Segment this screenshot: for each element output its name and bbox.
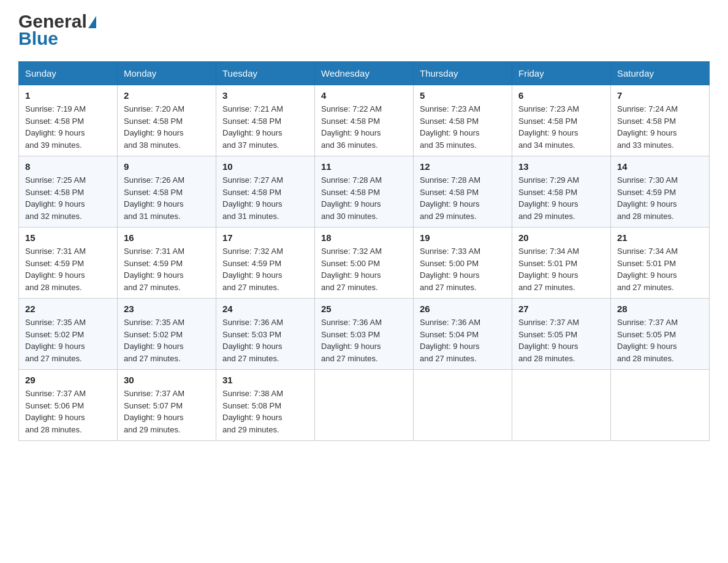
day-cell: 29 Sunrise: 7:37 AM Sunset: 5:06 PM Dayl…	[19, 370, 118, 441]
header-cell-wednesday: Wednesday	[315, 62, 414, 85]
day-number: 17	[222, 232, 308, 243]
day-info: Sunrise: 7:36 AM Sunset: 5:03 PM Dayligh…	[222, 316, 308, 364]
day-cell: 6 Sunrise: 7:23 AM Sunset: 4:58 PM Dayli…	[512, 85, 611, 156]
day-info: Sunrise: 7:27 AM Sunset: 4:58 PM Dayligh…	[222, 174, 308, 222]
calendar-header: SundayMondayTuesdayWednesdayThursdayFrid…	[19, 62, 710, 85]
day-cell: 13 Sunrise: 7:29 AM Sunset: 4:58 PM Dayl…	[512, 156, 611, 228]
day-number: 31	[222, 375, 308, 385]
day-cell: 19 Sunrise: 7:33 AM Sunset: 5:00 PM Dayl…	[414, 228, 512, 299]
day-cell: 24 Sunrise: 7:36 AM Sunset: 5:03 PM Dayl…	[216, 299, 315, 370]
calendar-body: 1 Sunrise: 7:19 AM Sunset: 4:58 PM Dayli…	[19, 85, 710, 441]
day-cell: 22 Sunrise: 7:35 AM Sunset: 5:02 PM Dayl…	[19, 299, 118, 370]
day-number: 13	[518, 161, 604, 172]
day-number: 23	[124, 304, 210, 314]
day-number: 29	[25, 375, 111, 385]
day-info: Sunrise: 7:35 AM Sunset: 5:02 PM Dayligh…	[25, 316, 111, 364]
day-info: Sunrise: 7:35 AM Sunset: 5:02 PM Dayligh…	[124, 316, 210, 364]
week-row-4: 22 Sunrise: 7:35 AM Sunset: 5:02 PM Dayl…	[19, 299, 710, 370]
day-cell: 1 Sunrise: 7:19 AM Sunset: 4:58 PM Dayli…	[19, 85, 118, 156]
calendar-table: SundayMondayTuesdayWednesdayThursdayFrid…	[18, 61, 710, 441]
day-cell: 3 Sunrise: 7:21 AM Sunset: 4:58 PM Dayli…	[216, 85, 315, 156]
day-cell: 25 Sunrise: 7:36 AM Sunset: 5:03 PM Dayl…	[315, 299, 414, 370]
day-info: Sunrise: 7:23 AM Sunset: 4:58 PM Dayligh…	[518, 103, 604, 151]
day-number: 12	[420, 161, 506, 172]
day-number: 22	[25, 304, 111, 314]
day-cell: 20 Sunrise: 7:34 AM Sunset: 5:01 PM Dayl…	[512, 228, 611, 299]
day-info: Sunrise: 7:37 AM Sunset: 5:05 PM Dayligh…	[617, 316, 703, 364]
day-cell: 21 Sunrise: 7:34 AM Sunset: 5:01 PM Dayl…	[611, 228, 710, 299]
day-number: 5	[420, 90, 506, 101]
day-info: Sunrise: 7:33 AM Sunset: 5:00 PM Dayligh…	[420, 245, 506, 293]
day-cell	[414, 370, 512, 441]
day-cell: 15 Sunrise: 7:31 AM Sunset: 4:59 PM Dayl…	[19, 228, 118, 299]
header-cell-tuesday: Tuesday	[216, 62, 315, 85]
day-cell: 30 Sunrise: 7:37 AM Sunset: 5:07 PM Dayl…	[118, 370, 216, 441]
day-cell: 12 Sunrise: 7:28 AM Sunset: 4:58 PM Dayl…	[414, 156, 512, 228]
day-number: 6	[518, 90, 604, 101]
week-row-2: 8 Sunrise: 7:25 AM Sunset: 4:58 PM Dayli…	[19, 156, 710, 228]
day-number: 16	[124, 232, 210, 243]
week-row-1: 1 Sunrise: 7:19 AM Sunset: 4:58 PM Dayli…	[19, 85, 710, 156]
day-info: Sunrise: 7:25 AM Sunset: 4:58 PM Dayligh…	[25, 174, 111, 222]
day-number: 7	[617, 90, 703, 101]
day-info: Sunrise: 7:34 AM Sunset: 5:01 PM Dayligh…	[518, 245, 604, 293]
day-info: Sunrise: 7:36 AM Sunset: 5:03 PM Dayligh…	[321, 316, 407, 364]
day-cell: 5 Sunrise: 7:23 AM Sunset: 4:58 PM Dayli…	[414, 85, 512, 156]
day-number: 8	[25, 161, 111, 172]
day-info: Sunrise: 7:28 AM Sunset: 4:58 PM Dayligh…	[321, 174, 407, 222]
day-number: 26	[420, 304, 506, 314]
day-cell: 14 Sunrise: 7:30 AM Sunset: 4:59 PM Dayl…	[611, 156, 710, 228]
day-number: 21	[617, 232, 703, 243]
day-info: Sunrise: 7:26 AM Sunset: 4:58 PM Dayligh…	[124, 174, 210, 222]
day-info: Sunrise: 7:29 AM Sunset: 4:58 PM Dayligh…	[518, 174, 604, 222]
day-info: Sunrise: 7:32 AM Sunset: 4:59 PM Dayligh…	[222, 245, 308, 293]
day-cell: 7 Sunrise: 7:24 AM Sunset: 4:58 PM Dayli…	[611, 85, 710, 156]
logo-triangle-icon	[88, 16, 96, 28]
day-cell: 27 Sunrise: 7:37 AM Sunset: 5:05 PM Dayl…	[512, 299, 611, 370]
day-info: Sunrise: 7:22 AM Sunset: 4:58 PM Dayligh…	[321, 103, 407, 151]
day-info: Sunrise: 7:37 AM Sunset: 5:07 PM Dayligh…	[124, 388, 210, 435]
day-info: Sunrise: 7:37 AM Sunset: 5:05 PM Dayligh…	[518, 316, 604, 364]
header-cell-sunday: Sunday	[19, 62, 118, 85]
header-cell-saturday: Saturday	[611, 62, 710, 85]
day-number: 24	[222, 304, 308, 314]
day-cell: 17 Sunrise: 7:32 AM Sunset: 4:59 PM Dayl…	[216, 228, 315, 299]
day-info: Sunrise: 7:36 AM Sunset: 5:04 PM Dayligh…	[420, 316, 506, 364]
day-cell: 31 Sunrise: 7:38 AM Sunset: 5:08 PM Dayl…	[216, 370, 315, 441]
day-cell	[315, 370, 414, 441]
day-cell: 18 Sunrise: 7:32 AM Sunset: 5:00 PM Dayl…	[315, 228, 414, 299]
day-number: 25	[321, 304, 407, 314]
day-number: 1	[25, 90, 111, 101]
header-cell-monday: Monday	[118, 62, 216, 85]
week-row-5: 29 Sunrise: 7:37 AM Sunset: 5:06 PM Dayl…	[19, 370, 710, 441]
page-header: General Blue	[18, 12, 710, 49]
day-number: 9	[124, 161, 210, 172]
day-cell: 4 Sunrise: 7:22 AM Sunset: 4:58 PM Dayli…	[315, 85, 414, 156]
header-cell-thursday: Thursday	[414, 62, 512, 85]
day-number: 15	[25, 232, 111, 243]
day-info: Sunrise: 7:20 AM Sunset: 4:58 PM Dayligh…	[124, 103, 210, 151]
header-row: SundayMondayTuesdayWednesdayThursdayFrid…	[19, 62, 710, 85]
logo: General Blue	[18, 12, 96, 49]
day-number: 18	[321, 232, 407, 243]
header-cell-friday: Friday	[512, 62, 611, 85]
day-cell	[611, 370, 710, 441]
day-number: 19	[420, 232, 506, 243]
day-number: 20	[518, 232, 604, 243]
logo-blue-text: Blue	[18, 28, 58, 48]
day-cell: 8 Sunrise: 7:25 AM Sunset: 4:58 PM Dayli…	[19, 156, 118, 228]
day-cell: 28 Sunrise: 7:37 AM Sunset: 5:05 PM Dayl…	[611, 299, 710, 370]
day-info: Sunrise: 7:34 AM Sunset: 5:01 PM Dayligh…	[617, 245, 703, 293]
day-info: Sunrise: 7:32 AM Sunset: 5:00 PM Dayligh…	[321, 245, 407, 293]
day-cell: 11 Sunrise: 7:28 AM Sunset: 4:58 PM Dayl…	[315, 156, 414, 228]
day-cell: 9 Sunrise: 7:26 AM Sunset: 4:58 PM Dayli…	[118, 156, 216, 228]
day-number: 11	[321, 161, 407, 172]
day-info: Sunrise: 7:38 AM Sunset: 5:08 PM Dayligh…	[222, 388, 308, 435]
day-info: Sunrise: 7:31 AM Sunset: 4:59 PM Dayligh…	[25, 245, 111, 293]
day-info: Sunrise: 7:31 AM Sunset: 4:59 PM Dayligh…	[124, 245, 210, 293]
day-number: 3	[222, 90, 308, 101]
day-number: 2	[124, 90, 210, 101]
day-number: 14	[617, 161, 703, 172]
day-info: Sunrise: 7:23 AM Sunset: 4:58 PM Dayligh…	[420, 103, 506, 151]
day-cell	[512, 370, 611, 441]
